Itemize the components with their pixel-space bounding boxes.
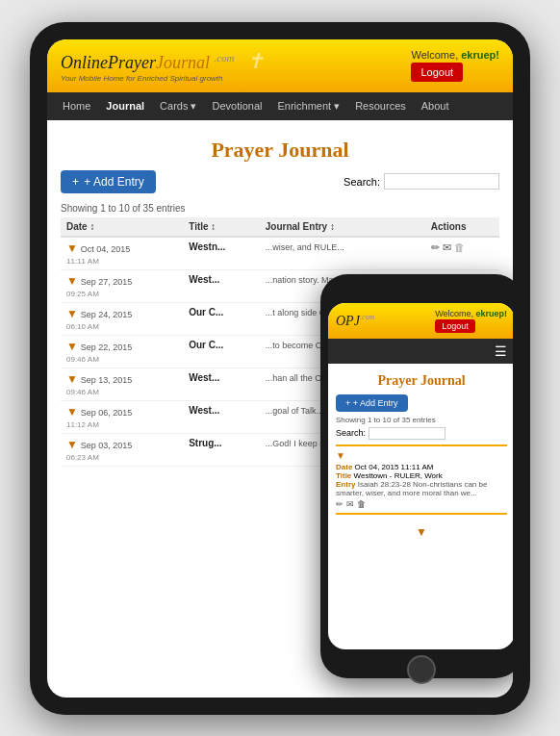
mobile-entry-text-row: Entry Isaiah 28:23-28 Non-christians can…	[336, 480, 507, 497]
entry-time: 09:46 AM	[66, 388, 99, 396]
mobile-delete-icon[interactable]: 🗑	[357, 499, 366, 509]
row-chevron[interactable]: ▼	[66, 241, 78, 255]
entry-title: Our C...	[189, 340, 223, 350]
mobile-entry-date-label: Date	[336, 463, 352, 471]
entry-time: 09:25 AM	[66, 290, 99, 298]
row-chevron[interactable]: ▼	[66, 438, 78, 451]
entry-time: 11:11 AM	[66, 257, 99, 266]
nav-item-resources[interactable]: Resources	[347, 92, 414, 119]
entry-time: 09:46 AM	[66, 355, 99, 364]
mobile-logout-button[interactable]: Logout	[435, 319, 475, 333]
mobile-search-row: Search:	[336, 427, 507, 440]
col-title[interactable]: Title ↕	[183, 217, 260, 237]
mobile-entry-date-row: Date Oct 04, 2015 11:11 AM	[336, 463, 507, 471]
entry-title: Our C...	[189, 307, 223, 317]
row-chevron[interactable]: ▼	[66, 340, 78, 353]
mobile-showing-count: Showing 1 to 10 of 35 entries	[336, 416, 507, 424]
entry-date: Sep 22, 2015	[81, 343, 133, 352]
mobile-entry-entry-label: Entry	[336, 480, 355, 489]
edit-icon[interactable]: ✏	[431, 241, 440, 254]
mobile-edit-icon[interactable]: ✏	[336, 499, 344, 509]
entry-time: 06:10 AM	[66, 322, 99, 331]
delete-icon[interactable]: 🗑	[454, 241, 465, 253]
mobile-divider	[336, 444, 507, 446]
mobile-entry-title-row: Title Westtown - RULER, Work	[336, 471, 507, 480]
entry-time: 06:23 AM	[66, 453, 99, 462]
add-entry-button[interactable]: + + Add Entry	[61, 170, 156, 193]
tablet-tagline: Your Mobile Home for Enriched Spiritual …	[61, 74, 264, 83]
mobile-plus-icon: +	[345, 398, 350, 408]
entry-title: Strug...	[189, 438, 221, 448]
mobile-add-entry-button[interactable]: + + Add Entry	[336, 394, 408, 412]
mobile-email-icon[interactable]: ✉	[346, 499, 354, 509]
row-chevron[interactable]: ▼	[66, 372, 78, 386]
email-icon[interactable]: ✉	[443, 241, 451, 254]
action-icons: ✏ ✉ 🗑	[431, 241, 494, 254]
mobile-entry-title-label: Title	[336, 471, 351, 480]
hamburger-icon[interactable]: ☰	[495, 343, 507, 359]
entry-date: Sep 27, 2015	[81, 277, 133, 287]
mobile-entry: ▼ Date Oct 04, 2015 11:11 AM Title Westt…	[336, 450, 507, 509]
mobile-notch	[383, 286, 460, 299]
nav-item-about[interactable]: About	[414, 92, 457, 119]
nav-item-home[interactable]: Home	[55, 92, 98, 119]
entry-date: Sep 06, 2015	[81, 408, 133, 418]
nav-item-journal[interactable]: Journal	[98, 92, 152, 119]
mobile-welcome: Welcome, ekruep!	[435, 309, 507, 318]
page-title: Prayer Journal	[61, 138, 499, 163]
table-row: ▼ Oct 04, 2015 11:11 AM Westn... ...wise…	[61, 237, 499, 270]
entry-title: West...	[189, 372, 219, 383]
search-label: Search:	[344, 176, 380, 188]
mobile-search-input[interactable]	[369, 427, 445, 440]
entry-text: ...wiser, and RULE...	[266, 242, 344, 252]
mobile-entry-date-value: Oct 04, 2015 11:11 AM	[355, 463, 434, 471]
mobile-action-icons: ✏ ✉ 🗑	[336, 499, 507, 509]
entry-title: Westn...	[189, 241, 225, 252]
col-actions: Actions	[425, 217, 499, 237]
mobile-logo: OPJ.com	[336, 313, 374, 329]
mobile-search-label: Search:	[336, 428, 366, 438]
showing-count: Showing 1 to 10 of 35 entries	[61, 203, 499, 214]
mobile-main: Prayer Journal + + Add Entry Showing 1 t…	[328, 364, 513, 546]
tablet-welcome: Welcome, ekruep!	[411, 49, 499, 61]
mobile-nav: ☰	[328, 339, 513, 364]
plus-icon: +	[72, 175, 79, 189]
tablet-logo: OnlinePrayerJournal .com ✝	[61, 49, 264, 74]
search-row: Search:	[344, 173, 499, 190]
mobile-divider-2	[336, 513, 507, 515]
tablet-nav: Home Journal Cards ▾ Devotional Enrichme…	[47, 92, 513, 120]
entry-date: Sep 03, 2015	[81, 441, 133, 450]
mobile-header: OPJ.com Welcome, ekruep! Logout	[328, 303, 513, 339]
row-chevron[interactable]: ▼	[66, 307, 78, 320]
mobile-screen: OPJ.com Welcome, ekruep! Logout ☰	[328, 303, 513, 649]
col-entry[interactable]: Journal Entry ↕	[260, 217, 425, 237]
nav-item-devotional[interactable]: Devotional	[204, 92, 269, 119]
nav-item-cards[interactable]: Cards ▾	[152, 92, 204, 120]
search-input[interactable]	[384, 173, 499, 190]
mobile-entry-text-value: Isaiah 28:23-28 Non-christians can be sm…	[336, 480, 487, 497]
entry-time: 11:12 AM	[66, 420, 99, 429]
tablet-header: OnlinePrayerJournal .com ✝ Your Mobile H…	[47, 39, 513, 92]
nav-item-enrichment[interactable]: Enrichment ▾	[269, 92, 347, 120]
entry-date: Sep 13, 2015	[81, 375, 133, 385]
mobile-home-button[interactable]	[407, 655, 436, 684]
mobile-entry-title-value: Westtown - RULER, Work	[354, 471, 443, 480]
mobile-page-title: Prayer Journal	[336, 373, 507, 389]
entry-title: West...	[189, 274, 219, 285]
mobile-entry-chevron[interactable]: ▼	[336, 450, 507, 461]
entry-date: Sep 24, 2015	[81, 310, 133, 319]
row-chevron[interactable]: ▼	[66, 405, 78, 419]
row-chevron[interactable]: ▼	[66, 274, 78, 288]
tablet-logout-button[interactable]: Logout	[411, 63, 463, 82]
entry-date: Oct 04, 2015	[81, 244, 131, 254]
tablet-device: OnlinePrayerJournal .com ✝ Your Mobile H…	[30, 22, 530, 715]
mobile-device: OPJ.com Welcome, ekruep! Logout ☰	[320, 274, 513, 678]
col-date[interactable]: Date ↕	[61, 217, 183, 237]
mobile-next-chevron[interactable]: ▼	[416, 525, 427, 539]
entry-title: West...	[189, 405, 219, 416]
tablet-screen: OnlinePrayerJournal .com ✝ Your Mobile H…	[47, 39, 513, 698]
entry-text: ...goal of Talk...	[266, 406, 323, 416]
